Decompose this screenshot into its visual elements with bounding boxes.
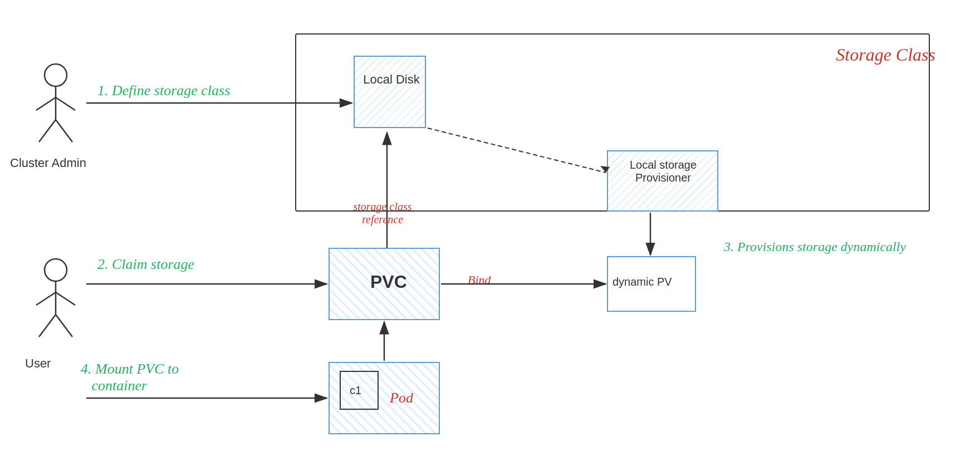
svg-line-15 bbox=[56, 315, 72, 337]
svg-rect-1 bbox=[355, 57, 427, 129]
svg-point-10 bbox=[45, 259, 67, 281]
local-disk-label: Local Disk bbox=[361, 72, 422, 87]
step1-label: 1. Define storage class bbox=[97, 82, 230, 99]
svg-line-6 bbox=[36, 97, 56, 110]
pvc-label: PVC bbox=[370, 272, 407, 292]
user-label: User bbox=[25, 356, 51, 371]
cluster-admin-figure bbox=[31, 61, 81, 150]
svg-line-9 bbox=[56, 120, 72, 142]
step2-label: 2. Claim storage bbox=[97, 256, 194, 273]
svg-line-13 bbox=[56, 292, 75, 305]
storage-class-label: Storage Class bbox=[836, 45, 935, 65]
provisioner-label: Local storageProvisioner bbox=[610, 159, 717, 184]
local-disk-hatch bbox=[355, 57, 427, 129]
svg-line-14 bbox=[39, 315, 56, 337]
container-label: c1 bbox=[350, 384, 361, 397]
cluster-admin-label: Cluster Admin bbox=[10, 156, 86, 170]
dynamic-pv-label: dynamic PV bbox=[612, 276, 672, 288]
pod-label: Pod bbox=[390, 390, 413, 406]
diagram-container: Storage Class Local Disk Local storagePr… bbox=[0, 0, 980, 461]
storage-class-ref-label: storage classreference bbox=[344, 200, 422, 226]
svg-line-7 bbox=[56, 97, 75, 110]
step4-label: 4. Mount PVC to container bbox=[81, 361, 179, 394]
step3-label: 3. Provisions storage dynamically bbox=[724, 239, 906, 254]
user-figure bbox=[31, 256, 81, 345]
local-disk-box bbox=[354, 56, 426, 128]
bind-label: Bind bbox=[468, 273, 491, 287]
svg-point-4 bbox=[45, 64, 67, 86]
svg-line-12 bbox=[36, 292, 56, 305]
svg-line-8 bbox=[39, 120, 56, 142]
